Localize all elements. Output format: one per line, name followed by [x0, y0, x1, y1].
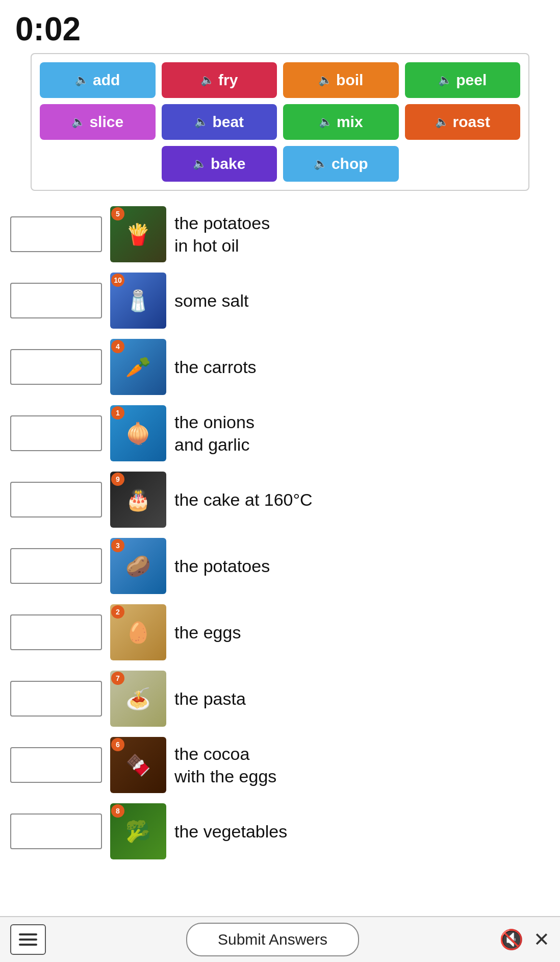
- speaker-icon: 🔈: [318, 73, 332, 87]
- bottom-right-controls: 🔇 ✕: [499, 928, 550, 951]
- answer-input-1[interactable]: [10, 216, 102, 252]
- badge-2: 10: [111, 274, 124, 287]
- answer-input-7[interactable]: [10, 614, 102, 650]
- badge-10: 8: [111, 804, 124, 818]
- badge-7: 2: [111, 605, 124, 619]
- word-btn-mix[interactable]: 🔈 mix: [283, 104, 399, 140]
- answer-input-6[interactable]: [10, 548, 102, 584]
- word-btn-fry[interactable]: 🔈 fry: [162, 62, 277, 98]
- answer-input-2[interactable]: [10, 283, 102, 318]
- food-image-7: 2 🥚: [110, 604, 166, 660]
- word-btn-add[interactable]: 🔈 add: [40, 62, 156, 98]
- speaker-icon: 🔈: [71, 115, 85, 129]
- question-text-5: the cake at 160°C: [174, 488, 313, 511]
- badge-3: 4: [111, 340, 124, 353]
- badge-9: 6: [111, 738, 124, 751]
- answer-input-5[interactable]: [10, 482, 102, 517]
- speaker-icon: 🔈: [75, 73, 89, 87]
- questions-list: 5 🍟 the potatoesin hot oil 10 🧂 some sal…: [0, 201, 560, 921]
- badge-8: 7: [111, 672, 124, 685]
- question-item: 1 🧅 the onionsand garlic: [10, 405, 550, 461]
- word-btn-slice[interactable]: 🔈 slice: [40, 104, 156, 140]
- word-btn-chop[interactable]: 🔈 chop: [283, 146, 399, 182]
- question-item: 7 🍝 the pasta: [10, 671, 550, 727]
- close-button[interactable]: ✕: [533, 928, 550, 951]
- food-image-9: 6 🍫: [110, 737, 166, 793]
- speaker-icon: 🔈: [438, 73, 452, 87]
- question-text-2: some salt: [174, 289, 249, 312]
- speaker-icon: 🔈: [200, 73, 214, 87]
- answer-input-3[interactable]: [10, 349, 102, 385]
- question-text-1: the potatoesin hot oil: [174, 212, 270, 257]
- food-image-4: 1 🧅: [110, 405, 166, 461]
- timer-display: 0:02: [0, 0, 560, 53]
- question-text-7: the eggs: [174, 621, 241, 644]
- menu-button[interactable]: [10, 924, 46, 955]
- answer-input-10[interactable]: [10, 813, 102, 849]
- question-item: 2 🥚 the eggs: [10, 604, 550, 660]
- close-icon: ✕: [533, 928, 550, 951]
- word-btn-beat[interactable]: 🔈 beat: [162, 104, 277, 140]
- answer-input-4[interactable]: [10, 415, 102, 451]
- question-text-10: the vegetables: [174, 820, 287, 843]
- food-image-8: 7 🍝: [110, 671, 166, 727]
- speaker-icon: 🔈: [319, 115, 333, 129]
- question-text-3: the carrots: [174, 356, 257, 378]
- word-btn-roast[interactable]: 🔈 roast: [405, 104, 521, 140]
- question-item: 10 🧂 some salt: [10, 273, 550, 329]
- question-item: 9 🎂 the cake at 160°C: [10, 472, 550, 528]
- food-image-1: 5 🍟: [110, 206, 166, 262]
- question-item: 5 🍟 the potatoesin hot oil: [10, 206, 550, 262]
- word-bank: 🔈 add 🔈 fry 🔈 boil 🔈 peel 🔈 slice 🔈 beat…: [31, 53, 529, 191]
- question-text-9: the cocoawith the eggs: [174, 743, 276, 787]
- mute-icon: 🔇: [499, 928, 523, 951]
- question-item: 3 🥔 the potatoes: [10, 538, 550, 594]
- question-text-8: the pasta: [174, 687, 246, 710]
- speaker-icon: 🔈: [193, 157, 207, 170]
- word-btn-boil[interactable]: 🔈 boil: [283, 62, 399, 98]
- badge-1: 5: [111, 207, 124, 220]
- bottom-bar: Submit Answers 🔇 ✕: [0, 916, 560, 962]
- question-text-4: the onionsand garlic: [174, 411, 254, 456]
- question-item: 6 🍫 the cocoawith the eggs: [10, 737, 550, 793]
- speaker-icon: 🔈: [314, 157, 327, 170]
- badge-4: 1: [111, 406, 124, 420]
- answer-input-9[interactable]: [10, 747, 102, 783]
- badge-5: 9: [111, 473, 124, 486]
- speaker-icon: 🔈: [194, 115, 208, 129]
- word-btn-peel[interactable]: 🔈 peel: [405, 62, 521, 98]
- question-item: 4 🥕 the carrots: [10, 339, 550, 395]
- food-image-6: 3 🥔: [110, 538, 166, 594]
- food-image-5: 9 🎂: [110, 472, 166, 528]
- answer-input-8[interactable]: [10, 681, 102, 717]
- question-item: 8 🥦 the vegetables: [10, 803, 550, 859]
- question-text-6: the potatoes: [174, 555, 270, 577]
- mute-button[interactable]: 🔇: [499, 928, 523, 951]
- food-image-10: 8 🥦: [110, 803, 166, 859]
- food-image-2: 10 🧂: [110, 273, 166, 329]
- speaker-icon: 🔈: [435, 115, 449, 129]
- submit-button[interactable]: Submit Answers: [186, 923, 359, 956]
- badge-6: 3: [111, 539, 124, 552]
- word-btn-bake[interactable]: 🔈 bake: [162, 146, 277, 182]
- food-image-3: 4 🥕: [110, 339, 166, 395]
